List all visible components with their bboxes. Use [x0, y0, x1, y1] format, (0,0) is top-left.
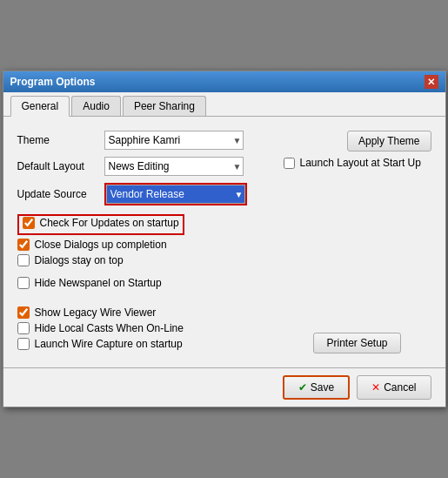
close-dialogs-label: Close Dialogs up completion	[35, 239, 167, 251]
layout-select[interactable]: News Editing	[104, 157, 244, 176]
close-dialogs-checkbox[interactable]	[17, 239, 30, 251]
content-area: Theme Sapphire Kamri ▼ Default Layout Ne…	[3, 117, 445, 360]
show-wire-viewer-row: Show Legacy Wire Viewer	[17, 306, 277, 319]
cancel-icon: ✕	[371, 381, 380, 394]
save-icon: ✔	[298, 381, 307, 394]
update-source-label: Update Source	[17, 188, 104, 200]
check-updates-checkbox[interactable]	[23, 217, 35, 229]
dialogs-top-checkbox[interactable]	[17, 254, 30, 266]
check-updates-label: Check For Updates on startup	[40, 217, 179, 229]
hide-local-casts-row: Hide Local Casts When On-Line	[17, 322, 277, 334]
title-bar: Program Options ✕	[3, 71, 445, 92]
hide-local-casts-label: Hide Local Casts When On-Line	[35, 322, 184, 334]
left-column: Theme Sapphire Kamri ▼ Default Layout Ne…	[17, 131, 277, 353]
update-source-highlight: Vendor Release ▼	[104, 183, 247, 205]
program-options-window: Program Options ✕ General Audio Peer Sha…	[3, 71, 446, 407]
dialogs-top-label: Dialogs stay on top	[35, 254, 124, 266]
update-source-row: Update Source Vendor Release ▼	[17, 183, 277, 205]
hide-newspanel-checkbox[interactable]	[17, 277, 30, 289]
launch-layout-label: Launch Layout at Start Up	[300, 157, 421, 169]
bottom-bar: ✔ Save ✕ Cancel	[3, 367, 445, 407]
close-button[interactable]: ✕	[425, 75, 438, 89]
save-button[interactable]: ✔ Save	[283, 375, 350, 400]
tab-peer-sharing[interactable]: Peer Sharing	[123, 96, 206, 116]
right-column: Apply Theme Launch Layout at Start Up Pr…	[284, 131, 431, 353]
theme-select[interactable]: Sapphire Kamri	[104, 131, 244, 150]
launch-wire-capture-checkbox[interactable]	[17, 338, 30, 350]
save-label: Save	[311, 381, 334, 394]
update-source-select-wrapper: Vendor Release ▼	[106, 185, 245, 204]
tab-bar: General Audio Peer Sharing	[3, 92, 445, 117]
check-updates-highlight: Check For Updates on startup	[17, 214, 184, 235]
update-source-select[interactable]: Vendor Release	[106, 185, 245, 204]
check-updates-row: Check For Updates on startup	[23, 217, 179, 229]
theme-select-wrapper: Sapphire Kamri ▼	[104, 131, 244, 150]
cancel-button[interactable]: ✕ Cancel	[357, 375, 431, 400]
layout-select-wrapper: News Editing ▼	[104, 157, 244, 176]
cancel-label: Cancel	[384, 381, 416, 394]
show-wire-viewer-checkbox[interactable]	[17, 306, 30, 319]
launch-layout-checkbox[interactable]	[284, 158, 295, 169]
hide-local-casts-checkbox[interactable]	[17, 322, 30, 334]
tab-general[interactable]: General	[10, 96, 70, 117]
theme-row: Theme Sapphire Kamri ▼	[17, 131, 277, 150]
launch-wire-capture-row: Launch Wire Capture on startup	[17, 338, 277, 350]
apply-theme-button[interactable]: Apply Theme	[347, 131, 431, 151]
theme-label: Theme	[17, 134, 104, 146]
window-title: Program Options	[10, 76, 96, 88]
show-wire-viewer-label: Show Legacy Wire Viewer	[35, 306, 157, 319]
tab-audio[interactable]: Audio	[71, 96, 121, 116]
launch-wire-capture-label: Launch Wire Capture on startup	[35, 338, 183, 350]
default-layout-row: Default Layout News Editing ▼	[17, 157, 277, 176]
launch-layout-row: Launch Layout at Start Up	[284, 157, 431, 169]
hide-newspanel-label: Hide Newspanel on Startup	[35, 277, 162, 289]
close-dialogs-row: Close Dialogs up completion	[17, 239, 277, 251]
hide-newspanel-row: Hide Newspanel on Startup	[17, 277, 277, 289]
dialogs-top-row: Dialogs stay on top	[17, 254, 277, 266]
form-layout: Theme Sapphire Kamri ▼ Default Layout Ne…	[17, 131, 431, 353]
default-layout-label: Default Layout	[17, 160, 104, 172]
printer-setup-button[interactable]: Printer Setup	[313, 333, 400, 353]
